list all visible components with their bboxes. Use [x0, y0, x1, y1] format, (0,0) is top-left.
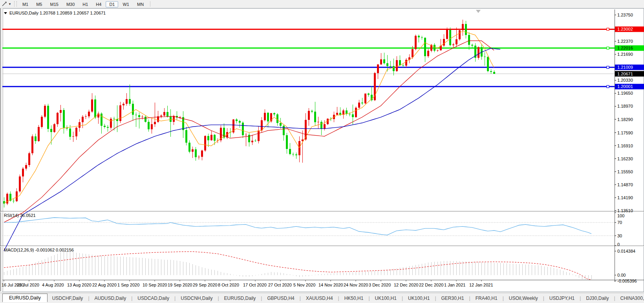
- chart-title-ohlc: EURUSD,Daily 1.20768 1.20859 1.20657 1.2…: [9, 11, 106, 15]
- svg-text:1.23002: 1.23002: [617, 27, 633, 31]
- date-tick-label: 22 Aug 2020: [92, 283, 117, 287]
- line-studies-icon[interactable]: [1, 1, 8, 7]
- price-tick-label: 1.14190: [617, 195, 633, 200]
- chart-tab-11-ger30-h1[interactable]: GER30,H1: [437, 294, 469, 302]
- timeframe-button-d1[interactable]: D1: [106, 1, 118, 7]
- price-axis[interactable]: 1.237501.223701.216901.203301.196501.189…: [615, 13, 637, 283]
- timeframe-button-m30[interactable]: M30: [63, 1, 78, 7]
- rsi-axis-label: 0: [617, 242, 620, 247]
- toolbar-grip[interactable]: [14, 1, 17, 7]
- date-tick-label: 17 Oct 2020: [243, 283, 267, 287]
- date-tick-label: 24 Nov 2020: [344, 283, 368, 287]
- date-tick-label: 19 Sep 2020: [168, 283, 192, 287]
- chart-tab-10-uk100-h1[interactable]: UK100,H1: [403, 294, 434, 302]
- horizontal-line-1.22016[interactable]: 1.22016: [2, 45, 644, 51]
- price-tick-label: 1.16910: [617, 143, 633, 148]
- chart-tab-2-audusd-daily[interactable]: AUDUSD,Daily: [90, 294, 131, 302]
- macd-histogram: [4, 251, 592, 279]
- chart-tab-9-uk100-h1[interactable]: UK100,H1: [370, 294, 401, 302]
- chart-tab-13-usoil-weekly[interactable]: USOil,Weekly: [504, 294, 543, 302]
- chart-canvas[interactable]: 1.237501.223701.216901.203301.196501.189…: [0, 8, 644, 293]
- price-tick-label: 1.19650: [617, 91, 633, 95]
- time-axis[interactable]: 16 Jul 202025 Jul 20204 Aug 202013 Aug 2…: [2, 280, 493, 287]
- macd-axis-label: 0.014384: [617, 249, 635, 253]
- timeframe-button-m5[interactable]: M5: [33, 1, 46, 7]
- date-tick-label: 5 Nov 2020: [293, 283, 315, 287]
- date-tick-label: 14 Nov 2020: [318, 283, 343, 287]
- date-tick-label: 22 Dec 2020: [419, 283, 443, 287]
- timeframe-buttons: M1M5M15M30H1H4D1W1MN: [18, 0, 148, 7]
- svg-text:1.21009: 1.21009: [617, 65, 633, 70]
- chart-tab-1-usdchf-daily[interactable]: USDCHF,Daily: [48, 294, 88, 302]
- chart-tab-8-hk50-h1[interactable]: HK50,H1: [340, 294, 368, 302]
- price-tick-label: 1.21690: [617, 52, 633, 57]
- date-tick-label: 12 Jan 2021: [469, 283, 493, 287]
- timeframe-button-mn[interactable]: MN: [134, 1, 147, 7]
- horizontal-line-1.21009[interactable]: 1.21009: [2, 64, 644, 70]
- macd-axis-label: -0.005396: [617, 279, 637, 283]
- date-tick-label: 13 Aug 2020: [67, 283, 91, 287]
- date-tick-label: 1 Sep 2020: [117, 283, 139, 287]
- date-tick-label: 27 Oct 2020: [268, 283, 292, 287]
- date-tick-label: 12 Dec 2020: [394, 283, 418, 287]
- date-tick-label: 29 Sep 2020: [193, 283, 217, 287]
- timeframe-button-h1[interactable]: H1: [79, 1, 91, 7]
- macd-label: MACD(12,26,9) -0.001062 0.002156: [4, 248, 74, 252]
- timeframe-button-w1[interactable]: W1: [119, 1, 133, 7]
- chart-tab-7-xauusd-h4[interactable]: XAUUSD,H4: [301, 294, 338, 302]
- chart-tab-4-usdcnh-daily[interactable]: USDCNH,Daily: [176, 294, 217, 302]
- timeframe-button-m1[interactable]: M1: [19, 1, 32, 7]
- price-tick-label: 1.15550: [617, 169, 633, 174]
- macd-axis-label: 0.00: [617, 273, 626, 277]
- rsi-label: RSI(14) 36.0521: [4, 213, 36, 218]
- price-tick-label: 1.20330: [617, 78, 633, 83]
- horizontal-line-1.20001[interactable]: 1.20001: [2, 84, 644, 89]
- price-tick-label: 1.16230: [617, 156, 633, 161]
- chart-tab-14-usdjpy-h1[interactable]: USDJPY,H1: [545, 294, 579, 302]
- price-tick-label: 1.14870: [617, 182, 633, 187]
- horizontal-line-1.23002[interactable]: 1.23002: [2, 26, 644, 32]
- date-tick-label: 1 Jan 2021: [444, 283, 465, 287]
- date-tick-label: 8 Oct 2020: [218, 283, 239, 287]
- date-tick-label: 10 Sep 2020: [143, 283, 167, 287]
- toolbar-separator: [150, 1, 150, 7]
- ma-line-ma-mid: [4, 41, 494, 222]
- price-tick-label: 1.17590: [617, 130, 633, 135]
- rsi-line: [4, 218, 591, 235]
- chevron-down-icon[interactable]: ▼: [8, 2, 11, 6]
- current-price-tag: 1.20671: [615, 71, 644, 77]
- svg-text:1.22016: 1.22016: [617, 46, 633, 50]
- tabs-container: EURUSD,DailyUSDCHF,Daily|AUDUSD,Daily|US…: [0, 294, 644, 303]
- timeframe-button-h4[interactable]: H4: [92, 1, 105, 7]
- price-tick-label: 1.13510: [617, 208, 633, 213]
- price-tick-label: 1.23750: [617, 13, 633, 17]
- svg-text:1.20001: 1.20001: [617, 84, 633, 89]
- date-tick-label: 25 Jul 2020: [17, 283, 39, 287]
- rsi-axis-label: 30: [617, 233, 622, 238]
- price-tick-label: 1.22370: [617, 39, 633, 44]
- chart-tab-15-dj30-daily[interactable]: DJ30,Daily: [581, 294, 613, 302]
- price-tick-label: 1.18970: [617, 104, 633, 108]
- symbol-dropdown-icon: [4, 12, 7, 14]
- mt4-window: ▼ M1M5M15M30H1H4D1W1MN 1.237501.223701.2…: [0, 0, 644, 303]
- timeframe-button-m15[interactable]: M15: [46, 1, 62, 7]
- chart-tab-0-eurusd-daily[interactable]: EURUSD,Daily: [2, 294, 48, 302]
- timeframe-toolbar: ▼ M1M5M15M30H1H4D1W1MN: [0, 0, 644, 8]
- chart-tab-12-fra40-h1[interactable]: FRA40,H1: [471, 294, 502, 302]
- date-tick-label: 4 Aug 2020: [42, 283, 64, 287]
- chart-shift-marker: [476, 10, 481, 13]
- ma-line-ma-fast: [4, 31, 494, 203]
- ma-line-ma-slow: [4, 48, 500, 251]
- chart-tab-16-china300-h1[interactable]: CHINA300,H1: [616, 294, 644, 302]
- rsi-axis-label: 70: [617, 220, 622, 225]
- chart-tab-6-gbpusd-h4[interactable]: GBPUSD,H4: [262, 294, 299, 302]
- chart-tab-bar: EURUSD,DailyUSDCHF,Daily|AUDUSD,Daily|US…: [0, 293, 644, 303]
- price-tick-label: 1.18290: [617, 117, 633, 122]
- chart-tab-3-usdcad-daily[interactable]: USDCAD,Daily: [133, 294, 174, 302]
- rsi-axis-label: 100: [617, 213, 624, 218]
- chart-tab-5-eurusd-daily[interactable]: EURUSD,Daily: [220, 294, 261, 302]
- date-tick-label: 3 Dec 2020: [369, 283, 391, 287]
- svg-text:1.20671: 1.20671: [617, 72, 633, 76]
